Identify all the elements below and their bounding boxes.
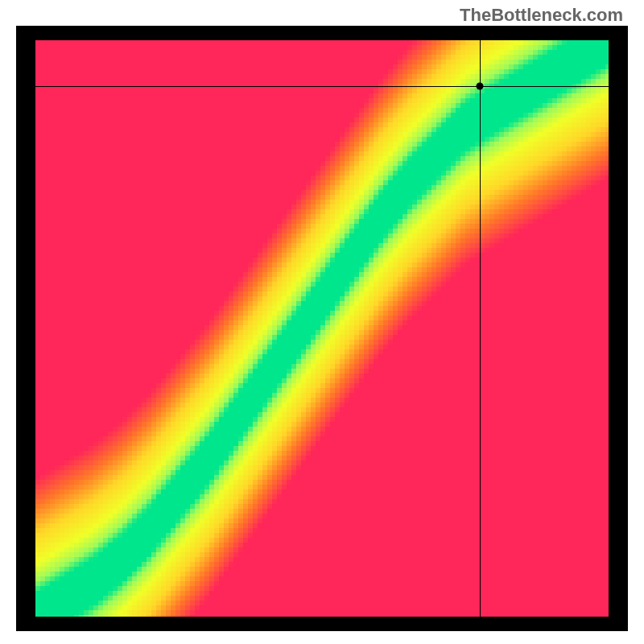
watermark-text: TheBottleneck.com — [460, 5, 623, 26]
crosshair-horizontal — [35, 86, 609, 87]
plot-area — [35, 40, 609, 617]
intersection-marker — [476, 83, 483, 90]
bottleneck-heatmap — [35, 40, 609, 617]
chart-frame — [16, 26, 628, 631]
crosshair-vertical — [480, 40, 481, 617]
